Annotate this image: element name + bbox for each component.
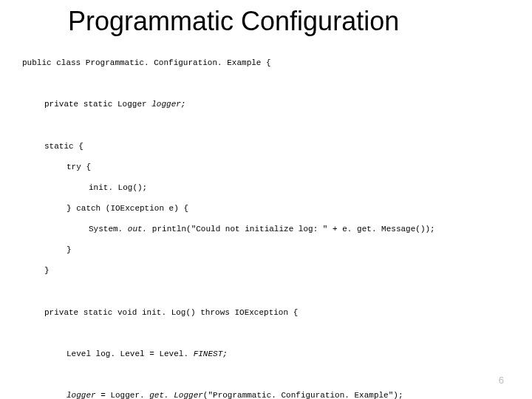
code-line: init. Log(); <box>89 183 510 193</box>
code-block: public class Programmatic. Configuration… <box>22 47 510 399</box>
page-number: 6 <box>499 375 504 386</box>
code-line: logger = Logger. get. Logger("Programmat… <box>66 390 510 399</box>
code-line: static { <box>44 141 510 151</box>
code-line: } <box>44 265 510 276</box>
slide-title: Programmatic Configuration <box>68 6 510 37</box>
slide: Programmatic Configuration public class … <box>0 0 532 399</box>
code-line: Level log. Level = Level. FINEST; <box>66 349 510 359</box>
code-line: public class Programmatic. Configuration… <box>22 58 510 68</box>
code-line: } <box>66 245 510 255</box>
code-line: try { <box>66 162 510 172</box>
code-line: } catch (IOException e) { <box>66 203 510 214</box>
code-line: System. out. println("Could not initiali… <box>89 224 510 234</box>
code-line: private static Logger logger; <box>44 99 510 109</box>
code-line: private static void init. Log() throws I… <box>44 307 510 318</box>
